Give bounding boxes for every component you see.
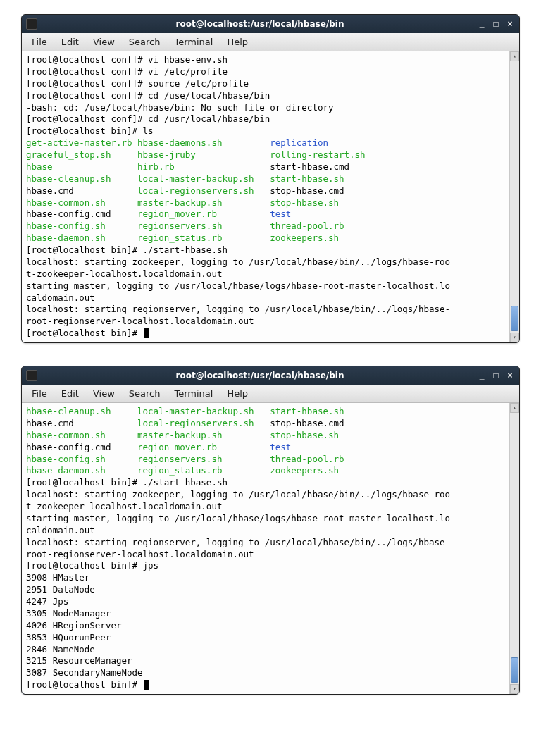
ls-entry: hbase-cleanup.sh <box>26 173 137 185</box>
output-line: t-zookeeper-localhost.localdomain.out <box>26 268 505 280</box>
maximize-button[interactable]: □ <box>491 19 501 29</box>
output-line: starting master, logging to /usr/local/h… <box>26 280 505 292</box>
ls-entry: hbase-config.sh <box>26 454 137 466</box>
output-line: root-regionserver-localhost.localdomain.… <box>26 316 505 328</box>
cursor-icon <box>144 680 149 690</box>
ls-row: hbase-common.shmaster-backup.shstop-hbas… <box>26 197 505 209</box>
prompt-line[interactable]: [root@localhost bin]# <box>26 328 505 340</box>
output-line: 3305 NodeManager <box>26 608 505 620</box>
close-button[interactable]: × <box>505 19 515 29</box>
output-line: starting master, logging to /usr/local/h… <box>26 513 505 525</box>
ls-row: graceful_stop.shhbase-jrubyrolling-resta… <box>26 149 505 161</box>
ls-row: hbasehirb.rbstart-hbase.cmd <box>26 161 505 173</box>
output-line: 3215 ResourceManager <box>26 655 505 667</box>
ls-entry: hbase-jruby <box>137 149 270 161</box>
ls-row: hbase.cmdlocal-regionservers.shstop-hbas… <box>26 185 505 197</box>
minimize-button[interactable]: _ <box>477 371 487 380</box>
output-line: root-regionserver-localhost.localdomain.… <box>26 549 505 561</box>
menu-search[interactable]: Search <box>123 35 166 49</box>
ls-entry: graceful_stop.sh <box>26 149 137 161</box>
ls-entry: stop-hbase.cmd <box>270 185 344 197</box>
prompt-text: [root@localhost bin]# <box>26 679 143 690</box>
ls-row: hbase-daemon.shregion_status.rbzookeeper… <box>26 233 505 244</box>
scroll-up-icon[interactable]: ▴ <box>510 403 519 413</box>
ls-listing-1: get-active-master.rbhbase-daemons.shrepl… <box>26 137 505 244</box>
output-line: 3087 SecondaryNameNode <box>26 667 505 679</box>
prompt-line[interactable]: [root@localhost bin]# <box>26 679 505 691</box>
window-controls-1: _ □ × <box>477 19 515 29</box>
window-icon <box>26 18 37 30</box>
ls-entry: regionservers.sh <box>137 221 270 233</box>
menu-file[interactable]: File <box>26 387 53 400</box>
scroll-up-icon[interactable]: ▴ <box>510 51 519 61</box>
window-icon <box>26 370 37 381</box>
ls-entry: hbase-common.sh <box>26 430 137 442</box>
output-line: [root@localhost conf]# cd /use/local/hba… <box>26 90 505 102</box>
ls-entry: regionservers.sh <box>137 454 270 466</box>
menu-edit[interactable]: Edit <box>56 35 85 49</box>
scroll-down-icon[interactable]: ▾ <box>510 684 519 694</box>
menu-help[interactable]: Help <box>221 387 254 400</box>
output-line: caldomain.out <box>26 292 505 304</box>
menu-terminal[interactable]: Terminal <box>168 35 218 49</box>
window-controls-2: _ □ × <box>477 371 515 380</box>
window-title-1: root@localhost:/usr/local/hbase/bin <box>43 19 477 29</box>
jps-listing: 3908 HMaster2951 DataNode4247 Jps3305 No… <box>26 572 505 679</box>
menu-edit[interactable]: Edit <box>56 387 85 400</box>
terminal-body-2[interactable]: hbase-cleanup.shlocal-master-backup.shst… <box>22 403 509 694</box>
ls-entry: stop-hbase.sh <box>270 430 339 442</box>
output-line: 3853 HQuorumPeer <box>26 632 505 644</box>
scrollbar-2[interactable]: ▴ ▾ <box>509 403 519 694</box>
ls-entry: test <box>270 442 291 454</box>
ls-entry: hirb.rb <box>137 161 270 173</box>
ls-row: hbase-config.shregionservers.shthread-po… <box>26 454 505 466</box>
scroll-down-icon[interactable]: ▾ <box>510 333 519 342</box>
ls-entry: hbase-daemons.sh <box>137 137 270 149</box>
ls-entry: region_mover.rb <box>137 442 270 454</box>
menu-help[interactable]: Help <box>221 35 254 49</box>
scroll-thumb-1[interactable] <box>511 306 518 331</box>
ls-row: get-active-master.rbhbase-daemons.shrepl… <box>26 137 505 149</box>
cursor-icon <box>144 328 149 338</box>
ls-row: hbase-cleanup.shlocal-master-backup.shst… <box>26 406 505 418</box>
menu-view[interactable]: View <box>87 35 120 49</box>
ls-listing-2: hbase-cleanup.shlocal-master-backup.shst… <box>26 406 505 477</box>
output-line: t-zookeeper-localhost.localdomain.out <box>26 501 505 513</box>
output-line: [root@localhost conf]# vi hbase-env.sh <box>26 54 505 66</box>
output-line: caldomain.out <box>26 525 505 537</box>
ls-entry: hbase-config.cmd <box>26 209 137 221</box>
prompt-text: [root@localhost bin]# <box>26 328 143 338</box>
close-button[interactable]: × <box>505 371 515 380</box>
titlebar-1[interactable]: root@localhost:/usr/local/hbase/bin _ □ … <box>22 15 519 33</box>
ls-entry: test <box>270 209 291 221</box>
output-line: [root@localhost bin]# ls <box>26 125 505 137</box>
ls-entry: hbase-daemon.sh <box>26 233 137 244</box>
scrollbar-1[interactable]: ▴ ▾ <box>509 51 519 342</box>
menu-view[interactable]: View <box>87 387 120 400</box>
ls-row: hbase-daemon.shregion_status.rbzookeeper… <box>26 465 505 477</box>
terminal-window-1: root@localhost:/usr/local/hbase/bin _ □ … <box>21 14 520 343</box>
ls-row: hbase-common.shmaster-backup.shstop-hbas… <box>26 430 505 442</box>
output-line: 4247 Jps <box>26 596 505 608</box>
titlebar-2[interactable]: root@localhost:/usr/local/hbase/bin _ □ … <box>22 366 519 385</box>
ls-entry: hbase-common.sh <box>26 197 137 209</box>
output-line: [root@localhost conf]# source /etc/profi… <box>26 78 505 90</box>
ls-entry: master-backup.sh <box>137 430 270 442</box>
ls-entry: hbase.cmd <box>26 185 137 197</box>
menu-file[interactable]: File <box>26 35 53 49</box>
ls-entry: replication <box>270 137 328 149</box>
menu-search[interactable]: Search <box>123 387 166 400</box>
ls-entry: thread-pool.rb <box>270 221 344 233</box>
scroll-thumb-2[interactable] <box>511 657 518 683</box>
ls-entry: region_mover.rb <box>137 209 270 221</box>
ls-row: hbase.cmdlocal-regionservers.shstop-hbas… <box>26 418 505 430</box>
output-line: 2951 DataNode <box>26 584 505 596</box>
ls-entry: start-hbase.cmd <box>270 161 349 173</box>
maximize-button[interactable]: □ <box>491 371 501 380</box>
minimize-button[interactable]: _ <box>477 19 487 29</box>
menu-terminal[interactable]: Terminal <box>168 387 218 400</box>
terminal-body-1[interactable]: [root@localhost conf]# vi hbase-env.sh[r… <box>22 51 509 342</box>
ls-entry: get-active-master.rb <box>26 137 137 149</box>
output-line: 4026 HRegionServer <box>26 620 505 632</box>
ls-entry: master-backup.sh <box>137 197 270 209</box>
